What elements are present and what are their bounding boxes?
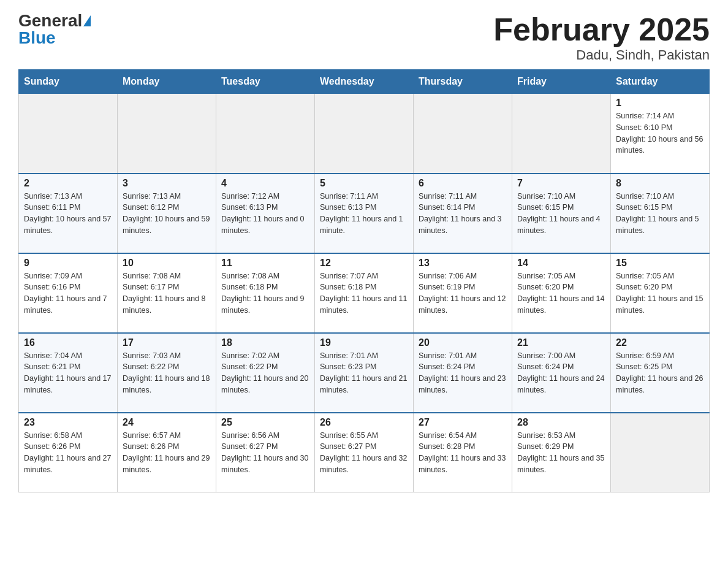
logo-triangle-icon bbox=[83, 15, 91, 26]
calendar-day-cell bbox=[315, 94, 414, 174]
page-header: General Blue February 2025 Dadu, Sindh, … bbox=[18, 12, 710, 63]
day-number: 1 bbox=[616, 98, 704, 109]
calendar-week-row: 23Sunrise: 6:58 AMSunset: 6:26 PMDayligh… bbox=[19, 413, 710, 492]
calendar-day-cell: 25Sunrise: 6:56 AMSunset: 6:27 PMDayligh… bbox=[216, 413, 315, 492]
calendar-day-cell: 27Sunrise: 6:54 AMSunset: 6:28 PMDayligh… bbox=[414, 413, 512, 492]
day-of-week-header: Monday bbox=[118, 70, 216, 94]
calendar-day-cell: 5Sunrise: 7:11 AMSunset: 6:13 PMDaylight… bbox=[315, 174, 414, 253]
day-number: 16 bbox=[24, 337, 112, 348]
day-info: Sunrise: 7:01 AMSunset: 6:24 PMDaylight:… bbox=[419, 350, 507, 396]
calendar-day-cell: 21Sunrise: 7:00 AMSunset: 6:24 PMDayligh… bbox=[512, 333, 611, 413]
calendar-day-cell: 9Sunrise: 7:09 AMSunset: 6:16 PMDaylight… bbox=[19, 253, 118, 333]
day-number: 3 bbox=[123, 178, 211, 189]
day-info: Sunrise: 7:01 AMSunset: 6:23 PMDaylight:… bbox=[320, 350, 408, 396]
calendar-day-cell: 17Sunrise: 7:03 AMSunset: 6:22 PMDayligh… bbox=[118, 333, 216, 413]
calendar-day-cell: 6Sunrise: 7:11 AMSunset: 6:14 PMDaylight… bbox=[414, 174, 512, 253]
calendar-day-cell bbox=[414, 94, 512, 174]
day-info: Sunrise: 7:11 AMSunset: 6:13 PMDaylight:… bbox=[320, 191, 408, 237]
calendar-day-cell bbox=[118, 94, 216, 174]
day-info: Sunrise: 6:59 AMSunset: 6:25 PMDaylight:… bbox=[616, 350, 704, 396]
day-info: Sunrise: 7:13 AMSunset: 6:12 PMDaylight:… bbox=[123, 191, 211, 237]
day-number: 9 bbox=[24, 258, 112, 269]
day-number: 15 bbox=[616, 258, 704, 269]
calendar-day-cell: 12Sunrise: 7:07 AMSunset: 6:18 PMDayligh… bbox=[315, 253, 414, 333]
day-number: 17 bbox=[123, 337, 211, 348]
day-info: Sunrise: 7:10 AMSunset: 6:15 PMDaylight:… bbox=[616, 191, 704, 237]
calendar-day-cell bbox=[611, 413, 710, 492]
day-info: Sunrise: 6:53 AMSunset: 6:29 PMDaylight:… bbox=[517, 430, 605, 476]
calendar-header-row: SundayMondayTuesdayWednesdayThursdayFrid… bbox=[19, 70, 710, 94]
day-info: Sunrise: 7:09 AMSunset: 6:16 PMDaylight:… bbox=[24, 270, 112, 316]
calendar-day-cell: 11Sunrise: 7:08 AMSunset: 6:18 PMDayligh… bbox=[216, 253, 315, 333]
calendar-day-cell: 16Sunrise: 7:04 AMSunset: 6:21 PMDayligh… bbox=[19, 333, 118, 413]
logo-blue-text: Blue bbox=[18, 29, 56, 47]
day-number: 27 bbox=[419, 417, 507, 428]
day-number: 10 bbox=[123, 258, 211, 269]
day-info: Sunrise: 7:04 AMSunset: 6:21 PMDaylight:… bbox=[24, 350, 112, 396]
calendar-day-cell: 3Sunrise: 7:13 AMSunset: 6:12 PMDaylight… bbox=[118, 174, 216, 253]
day-info: Sunrise: 7:02 AMSunset: 6:22 PMDaylight:… bbox=[221, 350, 309, 396]
calendar-day-cell: 28Sunrise: 6:53 AMSunset: 6:29 PMDayligh… bbox=[512, 413, 611, 492]
day-of-week-header: Thursday bbox=[414, 70, 512, 94]
day-number: 14 bbox=[517, 258, 605, 269]
calendar-day-cell: 18Sunrise: 7:02 AMSunset: 6:22 PMDayligh… bbox=[216, 333, 315, 413]
day-info: Sunrise: 7:10 AMSunset: 6:15 PMDaylight:… bbox=[517, 191, 605, 237]
day-info: Sunrise: 7:05 AMSunset: 6:20 PMDaylight:… bbox=[616, 270, 704, 316]
calendar-table: SundayMondayTuesdayWednesdayThursdayFrid… bbox=[18, 69, 710, 492]
day-info: Sunrise: 7:05 AMSunset: 6:20 PMDaylight:… bbox=[517, 270, 605, 316]
logo-general-text: General bbox=[18, 12, 82, 29]
day-number: 19 bbox=[320, 337, 408, 348]
calendar-day-cell: 19Sunrise: 7:01 AMSunset: 6:23 PMDayligh… bbox=[315, 333, 414, 413]
day-number: 13 bbox=[419, 258, 507, 269]
day-number: 26 bbox=[320, 417, 408, 428]
day-number: 11 bbox=[221, 258, 309, 269]
calendar-title: February 2025 bbox=[493, 12, 710, 47]
day-number: 23 bbox=[24, 417, 112, 428]
day-number: 2 bbox=[24, 178, 112, 189]
calendar-day-cell: 10Sunrise: 7:08 AMSunset: 6:17 PMDayligh… bbox=[118, 253, 216, 333]
day-info: Sunrise: 7:13 AMSunset: 6:11 PMDaylight:… bbox=[24, 191, 112, 237]
day-number: 8 bbox=[616, 178, 704, 189]
day-info: Sunrise: 6:58 AMSunset: 6:26 PMDaylight:… bbox=[24, 430, 112, 476]
day-number: 22 bbox=[616, 337, 704, 348]
calendar-day-cell bbox=[19, 94, 118, 174]
calendar-day-cell: 15Sunrise: 7:05 AMSunset: 6:20 PMDayligh… bbox=[611, 253, 710, 333]
day-info: Sunrise: 6:54 AMSunset: 6:28 PMDaylight:… bbox=[419, 430, 507, 476]
day-of-week-header: Friday bbox=[512, 70, 611, 94]
day-number: 7 bbox=[517, 178, 605, 189]
calendar-day-cell: 24Sunrise: 6:57 AMSunset: 6:26 PMDayligh… bbox=[118, 413, 216, 492]
calendar-week-row: 1Sunrise: 7:14 AMSunset: 6:10 PMDaylight… bbox=[19, 94, 710, 174]
day-of-week-header: Saturday bbox=[611, 70, 710, 94]
day-info: Sunrise: 7:08 AMSunset: 6:18 PMDaylight:… bbox=[221, 270, 309, 316]
logo: General Blue bbox=[18, 12, 91, 47]
day-of-week-header: Tuesday bbox=[216, 70, 315, 94]
day-number: 4 bbox=[221, 178, 309, 189]
calendar-week-row: 2Sunrise: 7:13 AMSunset: 6:11 PMDaylight… bbox=[19, 174, 710, 253]
day-number: 18 bbox=[221, 337, 309, 348]
calendar-day-cell: 20Sunrise: 7:01 AMSunset: 6:24 PMDayligh… bbox=[414, 333, 512, 413]
day-number: 6 bbox=[419, 178, 507, 189]
calendar-subtitle: Dadu, Sindh, Pakistan bbox=[493, 47, 710, 63]
calendar-day-cell: 23Sunrise: 6:58 AMSunset: 6:26 PMDayligh… bbox=[19, 413, 118, 492]
calendar-day-cell: 22Sunrise: 6:59 AMSunset: 6:25 PMDayligh… bbox=[611, 333, 710, 413]
calendar-day-cell bbox=[512, 94, 611, 174]
day-info: Sunrise: 7:14 AMSunset: 6:10 PMDaylight:… bbox=[616, 110, 704, 156]
day-number: 5 bbox=[320, 178, 408, 189]
day-info: Sunrise: 7:00 AMSunset: 6:24 PMDaylight:… bbox=[517, 350, 605, 396]
day-of-week-header: Wednesday bbox=[315, 70, 414, 94]
day-info: Sunrise: 7:06 AMSunset: 6:19 PMDaylight:… bbox=[419, 270, 507, 316]
day-info: Sunrise: 7:07 AMSunset: 6:18 PMDaylight:… bbox=[320, 270, 408, 316]
day-info: Sunrise: 7:08 AMSunset: 6:17 PMDaylight:… bbox=[123, 270, 211, 316]
calendar-week-row: 9Sunrise: 7:09 AMSunset: 6:16 PMDaylight… bbox=[19, 253, 710, 333]
calendar-day-cell: 13Sunrise: 7:06 AMSunset: 6:19 PMDayligh… bbox=[414, 253, 512, 333]
day-info: Sunrise: 7:11 AMSunset: 6:14 PMDaylight:… bbox=[419, 191, 507, 237]
calendar-day-cell: 4Sunrise: 7:12 AMSunset: 6:13 PMDaylight… bbox=[216, 174, 315, 253]
calendar-week-row: 16Sunrise: 7:04 AMSunset: 6:21 PMDayligh… bbox=[19, 333, 710, 413]
day-number: 28 bbox=[517, 417, 605, 428]
calendar-day-cell: 1Sunrise: 7:14 AMSunset: 6:10 PMDaylight… bbox=[611, 94, 710, 174]
calendar-day-cell: 2Sunrise: 7:13 AMSunset: 6:11 PMDaylight… bbox=[19, 174, 118, 253]
calendar-day-cell: 26Sunrise: 6:55 AMSunset: 6:27 PMDayligh… bbox=[315, 413, 414, 492]
day-number: 21 bbox=[517, 337, 605, 348]
calendar-day-cell: 7Sunrise: 7:10 AMSunset: 6:15 PMDaylight… bbox=[512, 174, 611, 253]
day-info: Sunrise: 6:57 AMSunset: 6:26 PMDaylight:… bbox=[123, 430, 211, 476]
